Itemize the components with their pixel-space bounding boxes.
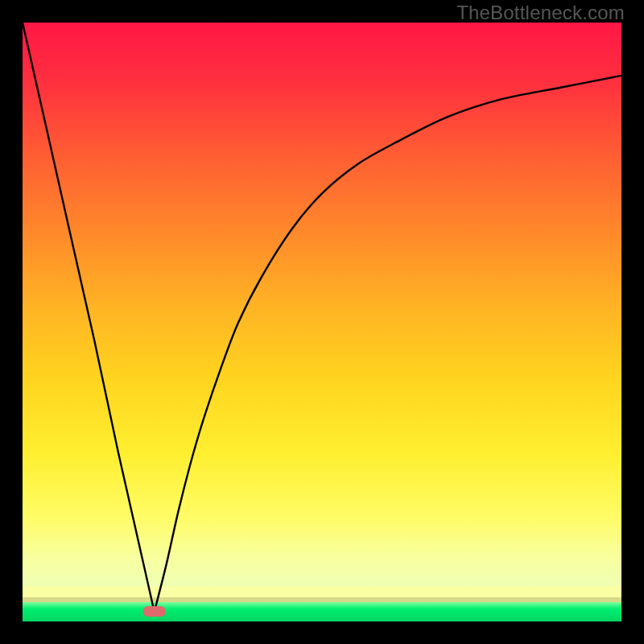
gradient-background xyxy=(23,23,621,597)
watermark-text: TheBottleneck.com xyxy=(456,2,625,24)
plot-area xyxy=(23,23,621,621)
minimum-marker xyxy=(143,606,166,617)
glow-band xyxy=(23,586,621,602)
outer-frame: TheBottleneck.com xyxy=(0,0,644,644)
green-baseline-band xyxy=(23,602,621,621)
bottleneck-chart xyxy=(23,23,621,621)
